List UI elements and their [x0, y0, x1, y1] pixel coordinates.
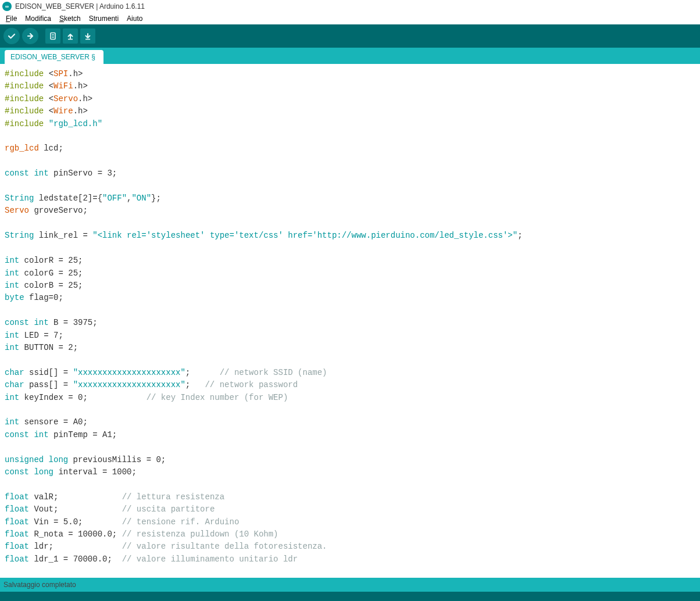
new-button[interactable]	[45, 28, 60, 44]
upload-button[interactable]	[22, 28, 38, 44]
menubar: File Modifica Sketch Strumenti Aiuto	[0, 13, 700, 24]
arrow-right-icon	[26, 32, 34, 40]
menu-help[interactable]: Aiuto	[123, 13, 146, 24]
menu-tools[interactable]: Strumenti	[85, 13, 122, 24]
menu-edit[interactable]: Modifica	[22, 13, 55, 24]
toolbar	[0, 24, 700, 48]
code-token: #include	[5, 69, 49, 78]
status-message: Salvataggio completato	[3, 581, 76, 589]
tab-main-sketch[interactable]: EDISON_WEB_SERVER §	[5, 50, 103, 64]
arduino-logo-icon: ∞	[2, 2, 12, 11]
open-button[interactable]	[63, 28, 78, 44]
check-icon	[8, 32, 16, 40]
arrow-down-icon	[84, 32, 92, 40]
menu-sketch[interactable]: Sketch	[56, 13, 84, 24]
verify-button[interactable]	[3, 28, 20, 44]
window-title: EDISON_WEB_SERVER | Arduino 1.6.11	[15, 2, 145, 10]
bottombar	[0, 592, 700, 601]
arrow-up-icon	[66, 32, 74, 40]
statusbar: Salvataggio completato	[0, 578, 700, 592]
menu-file[interactable]: File	[2, 13, 20, 24]
code-editor[interactable]: #include <SPI.h> #include <WiFi.h> #incl…	[0, 64, 700, 578]
tabbar: EDISON_WEB_SERVER §	[0, 48, 700, 64]
window-titlebar: ∞ EDISON_WEB_SERVER | Arduino 1.6.11	[0, 0, 700, 13]
file-icon	[49, 32, 57, 40]
save-button[interactable]	[80, 28, 95, 44]
